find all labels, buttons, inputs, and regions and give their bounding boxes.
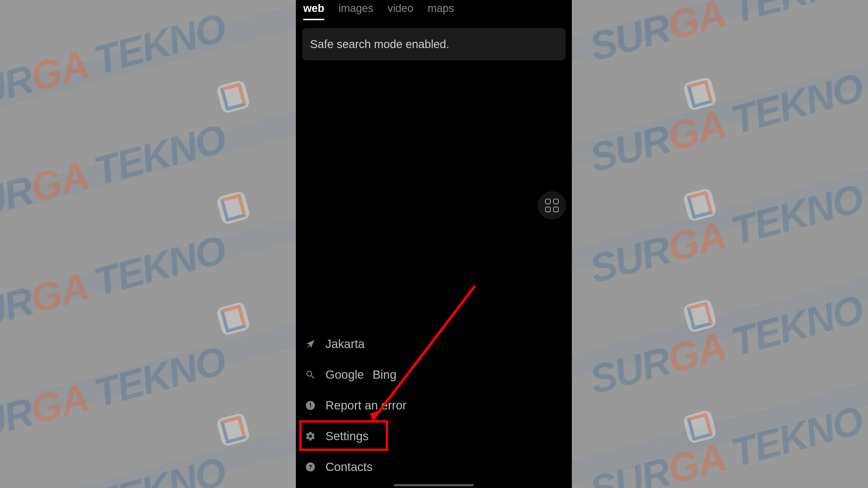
search-tabs: web images video maps <box>296 0 572 20</box>
gear-icon <box>305 431 316 441</box>
footer-item-settings[interactable]: Settings <box>303 421 565 452</box>
tab-web[interactable]: web <box>303 2 324 20</box>
search-engine-google[interactable]: Google <box>326 368 364 382</box>
footer-item-location[interactable]: Jakarta <box>303 329 565 359</box>
footer-menu: Jakarta Google Bing Report an error Sett… <box>303 329 565 482</box>
alert-icon <box>305 400 316 411</box>
footer-settings-label: Settings <box>326 429 369 443</box>
footer-item-report[interactable]: Report an error <box>303 390 565 421</box>
apps-grid-button[interactable] <box>538 191 566 220</box>
svg-rect-2 <box>310 407 311 408</box>
tab-images[interactable]: images <box>339 2 374 20</box>
footer-location-label: Jakarta <box>326 337 365 351</box>
tab-video[interactable]: video <box>388 2 413 20</box>
footer-report-label: Report an error <box>326 399 407 412</box>
footer-item-search-engines[interactable]: Google Bing <box>303 359 565 390</box>
footer-item-contacts[interactable]: ? Contacts <box>303 452 565 482</box>
home-indicator[interactable] <box>394 484 474 486</box>
tab-maps[interactable]: maps <box>428 2 454 20</box>
help-icon: ? <box>305 461 316 472</box>
svg-rect-1 <box>310 403 311 407</box>
search-icon <box>305 369 316 380</box>
svg-text:?: ? <box>308 463 312 470</box>
notice-text: Safe search mode enabled. <box>310 38 449 50</box>
location-icon <box>305 339 316 349</box>
safe-search-notice: Safe search mode enabled. <box>302 28 565 60</box>
footer-contacts-label: Contacts <box>326 460 373 474</box>
grid-icon <box>545 199 559 212</box>
phone-screen: web images video maps Safe search mode e… <box>296 0 572 488</box>
search-engine-bing[interactable]: Bing <box>372 368 396 382</box>
